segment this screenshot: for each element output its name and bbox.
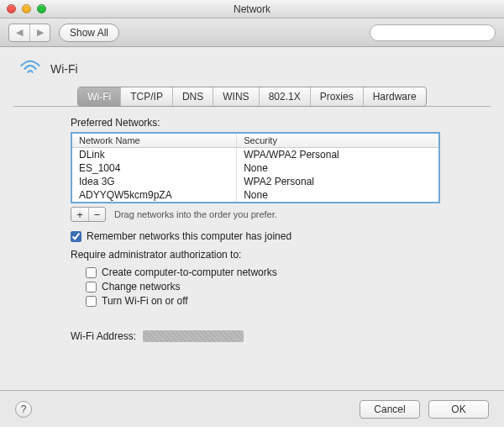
- footer: ? Cancel OK: [0, 390, 504, 427]
- wifi-address-value: [143, 330, 244, 342]
- add-remove-bar: + − Drag networks into the order you pre…: [71, 207, 440, 222]
- remove-network-button[interactable]: −: [88, 208, 105, 221]
- admin-toggle-checkbox[interactable]: Turn Wi-Fi on or off: [86, 295, 440, 307]
- tab-dns[interactable]: DNS: [173, 87, 213, 106]
- col-security[interactable]: Security: [237, 134, 438, 147]
- forward-button[interactable]: ▶: [29, 24, 50, 41]
- admin-create-checkbox[interactable]: Create computer-to-computer networks: [86, 266, 440, 278]
- wifi-address-label: Wi-Fi Address:: [71, 330, 136, 342]
- add-network-button[interactable]: +: [71, 208, 88, 221]
- wifi-address-row: Wi-Fi Address:: [71, 330, 440, 342]
- content: Wi-Fi Wi-Fi TCP/IP DNS WINS 802.1X Proxi…: [0, 47, 504, 349]
- remember-label: Remember networks this computer has join…: [87, 230, 291, 242]
- minimize-icon[interactable]: [22, 4, 31, 13]
- ok-button[interactable]: OK: [428, 400, 489, 419]
- tab-wins[interactable]: WINS: [213, 87, 259, 106]
- toolbar: ◀ ▶ Show All: [0, 18, 504, 47]
- admin-auth-label: Require administrator authorization to:: [71, 249, 440, 261]
- tab-wifi[interactable]: Wi-Fi: [78, 87, 121, 106]
- reorder-hint: Drag networks into the order you prefer.: [114, 209, 277, 219]
- show-all-button[interactable]: Show All: [59, 24, 119, 42]
- remember-checkbox[interactable]: Remember networks this computer has join…: [71, 230, 440, 242]
- nav-segment: ◀ ▶: [8, 24, 50, 42]
- table-row[interactable]: ADYYQW5kcm9pZANone: [72, 188, 438, 202]
- tab-8021x[interactable]: 802.1X: [260, 87, 311, 106]
- table-row[interactable]: ES_1004None: [72, 161, 438, 175]
- remember-checkbox-input[interactable]: [71, 231, 81, 242]
- admin-change-checkbox[interactable]: Change networks: [86, 281, 440, 293]
- tab-proxies[interactable]: Proxies: [311, 87, 364, 106]
- table-header: Network Name Security: [72, 134, 438, 148]
- preferred-networks-label: Preferred Networks:: [71, 117, 440, 129]
- tab-tcpip[interactable]: TCP/IP: [121, 87, 173, 106]
- table-row[interactable]: Idea 3GWPA2 Personal: [72, 175, 438, 188]
- close-icon[interactable]: [7, 4, 16, 13]
- tab-hardware[interactable]: Hardware: [364, 87, 426, 106]
- networks-table[interactable]: Network Name Security DLinkWPA/WPA2 Pers…: [71, 132, 440, 203]
- titlebar: Network: [0, 0, 504, 18]
- window-title: Network: [0, 3, 504, 15]
- pane-header: Wi-Fi: [13, 55, 491, 87]
- tab-bar: Wi-Fi TCP/IP DNS WINS 802.1X Proxies Har…: [13, 87, 491, 107]
- search-input[interactable]: [370, 24, 496, 41]
- table-row[interactable]: DLinkWPA/WPA2 Personal: [72, 148, 438, 161]
- wifi-panel: Preferred Networks: Network Name Securit…: [13, 117, 491, 342]
- search-field[interactable]: [375, 28, 491, 38]
- wifi-icon: [18, 59, 42, 78]
- col-network-name[interactable]: Network Name: [72, 134, 237, 147]
- zoom-icon[interactable]: [37, 4, 46, 13]
- window-controls: [7, 4, 46, 13]
- back-button[interactable]: ◀: [9, 24, 29, 41]
- cancel-button[interactable]: Cancel: [360, 400, 420, 419]
- help-button[interactable]: ?: [15, 401, 32, 418]
- pane-title: Wi-Fi: [50, 62, 78, 76]
